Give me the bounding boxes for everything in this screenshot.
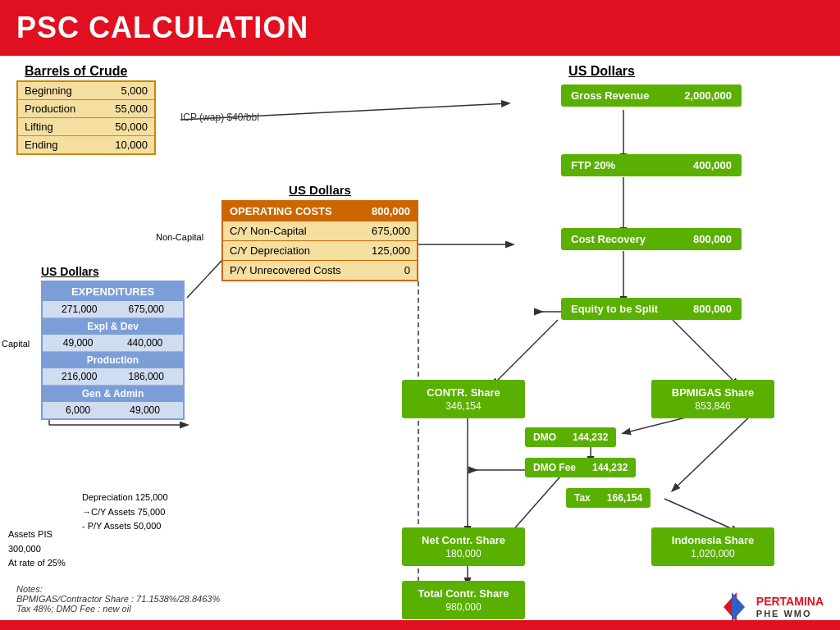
dmo-box: DMO 144,232 [525, 427, 616, 447]
expenditures-title: US Dollars [41, 265, 185, 278]
exp-subheader-expl: Expl & Dev [43, 318, 183, 335]
op-costs-row-total: OPERATING COSTS 800,000 [223, 202, 417, 221]
barrels-row-lifting: Lifting 50,000 [18, 118, 154, 136]
ftp-box: FTP 20% 400,000 [561, 154, 742, 176]
exp-subheader-gen: Gen & Admin [43, 386, 183, 402]
icp-label: ICP (wap) $40/bbl [180, 112, 259, 123]
expenditures-section: US Dollars EXPENDITURES 271,000 675,000 … [41, 265, 185, 420]
barrels-row-production: Production 55,000 [18, 100, 154, 118]
logo-text: PERTAMINA PHE WMO [756, 595, 824, 619]
op-costs-row-cy-dep: C/Y Depreciation 125,000 [223, 241, 417, 261]
notes-line2: BPMIGAS/Contractor Share : 71.1538%/28.8… [16, 594, 220, 604]
net-contr-share-box: Net Contr. Share 180,000 [402, 527, 525, 566]
non-capital-label: Non-Capital [156, 232, 203, 242]
exp-row-3: 216,000 186,000 [43, 368, 183, 386]
dmo-fee-box: DMO Fee 144,232 [525, 458, 636, 477]
assets-pis-label: Assets PIS [8, 527, 66, 542]
barrels-table: Beginning 5,000 Production 55,000 Liftin… [16, 80, 156, 155]
expenditures-box: EXPENDITURES 271,000 675,000 Expl & Dev … [41, 281, 185, 420]
exp-header: EXPENDITURES [43, 282, 183, 301]
contr-share-box: CONTR. Share 346,154 [402, 380, 525, 418]
depreciation-label: Depreciation 125,000 [82, 491, 168, 505]
assets-pis-rate: At rate of 25% [8, 556, 66, 571]
us-dollars-label: US Dollars [568, 64, 635, 79]
exp-row-2: 49,000 440,000 [43, 335, 183, 352]
bpmigas-share-box: BPMIGAS Share 853,846 [651, 380, 774, 418]
cost-recovery-box: Cost Recovery 800,000 [561, 228, 742, 250]
assets-pis-value: 300,000 [8, 542, 66, 557]
exp-row-1: 271,000 675,000 [43, 301, 183, 318]
capital-label: Capital [2, 339, 30, 349]
gross-revenue-box: Gross Revenue 2,000,000 [561, 84, 742, 107]
op-costs-row-cy-noncap: C/Y Non-Capital 675,000 [223, 221, 417, 241]
page-title: PSC CALCULATION [16, 11, 308, 45]
equity-box: Equity to be Split 800,000 [561, 298, 742, 320]
barrels-row-ending: Ending 10,000 [18, 136, 154, 153]
py-assets-label: - P/Y Assets 50,000 [82, 519, 168, 534]
tax-box: Tax 166,154 [566, 488, 651, 508]
logo-area: PERTAMINA PHE WMO [724, 592, 824, 622]
op-costs-title: US Dollars [221, 183, 418, 197]
notes-section: Notes: BPMIGAS/Contractor Share : 71.153… [16, 584, 220, 614]
svg-line-11 [673, 412, 755, 491]
op-costs-row-py-unrec: P/Y Unrecovered Costs 0 [223, 261, 417, 280]
svg-line-9 [664, 499, 738, 532]
op-costs-box: OPERATING COSTS 800,000 C/Y Non-Capital … [221, 200, 418, 281]
indonesia-share-box: Indonesia Share 1,020,000 [651, 527, 774, 566]
notes-line3: Tax 48%; DMO Fee : new oil [16, 604, 220, 614]
total-contr-share-box: Total Contr. Share 980,000 [402, 581, 525, 619]
exp-row-4: 6,000 49,000 [43, 402, 183, 418]
bottom-bar [0, 620, 840, 630]
cy-assets-label: →C/Y Assets 75,000 [82, 505, 168, 520]
barrels-row-beginning: Beginning 5,000 [18, 82, 154, 100]
depreciation-labels: Depreciation 125,000 →C/Y Assets 75,000 … [82, 491, 168, 534]
exp-subheader-prod: Production [43, 352, 183, 368]
notes-line1: Notes: [16, 584, 220, 594]
page-header: PSC CALCULATION [0, 0, 840, 56]
svg-line-5 [673, 320, 738, 386]
svg-line-4 [492, 320, 558, 386]
barrels-title: Barrels of Crude [25, 64, 127, 79]
assets-pis-area: Assets PIS 300,000 At rate of 25% [8, 527, 66, 571]
operating-costs-section: US Dollars OPERATING COSTS 800,000 C/Y N… [221, 183, 418, 281]
